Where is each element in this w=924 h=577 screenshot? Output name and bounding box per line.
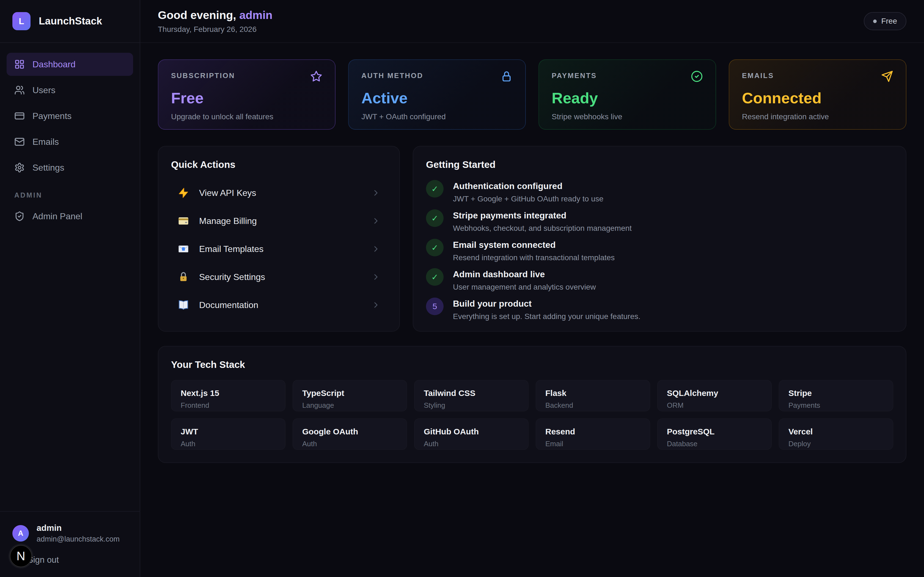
plan-badge: Free <box>864 12 906 30</box>
layout-grid-icon <box>14 59 25 69</box>
stat-value: Active <box>361 89 513 107</box>
panel-title: Quick Actions <box>171 159 387 170</box>
user-block: A admin admin@launchstack.com <box>0 511 140 551</box>
stat-subtext: Resend integration active <box>742 112 893 121</box>
padlock-icon <box>177 271 190 283</box>
page-header: Good evening, admin Thursday, February 2… <box>140 0 924 43</box>
user-name: admin <box>37 523 120 533</box>
stat-card-auth-method: AUTH METHOD Active JWT + OAuth configure… <box>348 60 526 130</box>
step-title: Stripe payments integrated <box>453 210 632 221</box>
tech-tag: Auth <box>302 440 397 448</box>
step-title: Admin dashboard live <box>453 268 596 279</box>
step-check-badge: ✓ <box>426 239 444 256</box>
quick-action-documentation[interactable]: Documentation <box>171 292 387 318</box>
panel-title: Your Tech Stack <box>171 359 893 370</box>
tech-tile-github-oauth: GitHub OAuth Auth <box>414 419 528 450</box>
quick-action-manage-billing[interactable]: Manage Billing <box>171 208 387 234</box>
tech-tag: Frontend <box>181 401 276 410</box>
step-subtext: Webhooks, checkout, and subscription man… <box>453 224 632 233</box>
stat-label: SUBSCRIPTION <box>171 71 235 80</box>
step-subtext: Everything is set up. Start adding your … <box>453 312 640 321</box>
sidebar-item-label: Emails <box>32 137 59 147</box>
check-circle-icon <box>691 70 703 82</box>
tech-stack-panel: Your Tech Stack Next.js 15 Frontend Type… <box>158 346 906 463</box>
step-title: Email system connected <box>453 239 615 250</box>
open-book-icon <box>177 299 190 311</box>
plan-badge-label: Free <box>881 17 897 26</box>
sidebar-item-payments[interactable]: Payments <box>6 105 133 127</box>
tech-name: SQLAlchemy <box>667 388 762 398</box>
quick-action-label: Email Templates <box>199 244 362 254</box>
brand-name: LaunchStack <box>39 15 102 27</box>
step-number-badge: 5 <box>426 298 444 315</box>
getting-started-step: ✓ Email system connected Resend integrat… <box>426 239 893 262</box>
mail-icon <box>14 137 25 147</box>
tech-tile-typescript: TypeScript Language <box>292 380 407 411</box>
tech-tag: Payments <box>788 401 884 410</box>
getting-started-step: ✓ Admin dashboard live User management a… <box>426 268 893 292</box>
tech-tile-tailwind: Tailwind CSS Styling <box>414 380 528 411</box>
quick-action-security-settings[interactable]: Security Settings <box>171 264 387 290</box>
sidebar-item-settings[interactable]: Settings <box>6 156 133 179</box>
app-root: L LaunchStack Dashboard Users Payments E… <box>0 0 924 577</box>
chevron-right-icon <box>371 272 381 282</box>
stat-cards-row: SUBSCRIPTION Free Upgrade to unlock all … <box>158 60 906 130</box>
tech-tag: Deploy <box>788 440 884 448</box>
sidebar-nav: Dashboard Users Payments Emails Settings… <box>0 43 140 230</box>
sidebar-item-label: Settings <box>32 163 65 173</box>
gear-icon <box>14 163 25 173</box>
tech-tile-resend: Resend Email <box>536 419 650 450</box>
tech-tile-jwt: JWT Auth <box>171 419 286 450</box>
quick-action-label: Manage Billing <box>199 216 362 226</box>
tech-tag: Email <box>545 440 640 448</box>
tech-tag: Language <box>302 401 397 410</box>
tech-tag: ORM <box>667 401 762 410</box>
quick-action-label: Documentation <box>199 300 362 310</box>
getting-started-step: 5 Build your product Everything is set u… <box>426 298 893 321</box>
quick-action-label: Security Settings <box>199 272 362 282</box>
tech-name: JWT <box>181 427 276 436</box>
tech-name: Vercel <box>788 427 884 436</box>
tech-tile-postgresql: PostgreSQL Database <box>657 419 772 450</box>
page-date: Thursday, February 26, 2026 <box>158 25 273 34</box>
stat-card-payments: PAYMENTS Ready Stripe webhooks live <box>538 60 716 130</box>
stat-label: EMAILS <box>742 71 774 80</box>
step-subtext: User management and analytics overview <box>453 283 596 292</box>
sidebar-item-dashboard[interactable]: Dashboard <box>6 53 133 76</box>
quick-actions-panel: Quick Actions View API Keys Manage Billi… <box>158 146 400 332</box>
tech-tag: Auth <box>424 440 519 448</box>
tech-tile-google-oauth: Google OAuth Auth <box>292 419 407 450</box>
quick-action-view-api-keys[interactable]: View API Keys <box>171 180 387 206</box>
chevron-right-icon <box>371 188 381 198</box>
users-icon <box>14 85 25 95</box>
sidebar-item-emails[interactable]: Emails <box>6 130 133 153</box>
nextjs-dev-badge[interactable]: N <box>10 545 32 567</box>
stat-subtext: JWT + OAuth configured <box>361 112 513 121</box>
sidebar-item-admin-panel[interactable]: Admin Panel <box>6 205 133 228</box>
tech-tag: Auth <box>181 440 276 448</box>
quick-action-email-templates[interactable]: Email Templates <box>171 236 387 262</box>
tech-name: Resend <box>545 427 640 436</box>
chevron-right-icon <box>371 216 381 226</box>
user-avatar: A <box>12 525 29 542</box>
chevron-right-icon <box>371 300 381 309</box>
tech-name: GitHub OAuth <box>424 427 519 436</box>
stat-card-emails: EMAILS Connected Resend integration acti… <box>729 60 906 130</box>
brand[interactable]: L LaunchStack <box>0 0 140 43</box>
step-check-badge: ✓ <box>426 210 444 227</box>
quick-action-label: View API Keys <box>199 188 362 198</box>
sidebar-item-label: Dashboard <box>32 60 76 69</box>
step-check-badge: ✓ <box>426 268 444 286</box>
tech-tag: Backend <box>545 401 640 410</box>
shield-check-icon <box>14 211 25 221</box>
tech-name: Tailwind CSS <box>424 388 519 398</box>
tech-tile-flask: Flask Backend <box>536 380 650 411</box>
sidebar: L LaunchStack Dashboard Users Payments E… <box>0 0 140 577</box>
sidebar-item-users[interactable]: Users <box>6 79 133 102</box>
credit-card-icon <box>14 111 25 121</box>
tech-tag: Styling <box>424 401 519 410</box>
stat-card-subscription: SUBSCRIPTION Free Upgrade to unlock all … <box>158 60 336 130</box>
dashboard-content: SUBSCRIPTION Free Upgrade to unlock all … <box>140 43 924 463</box>
step-title: Build your product <box>453 298 640 309</box>
tech-name: PostgreSQL <box>667 427 762 436</box>
